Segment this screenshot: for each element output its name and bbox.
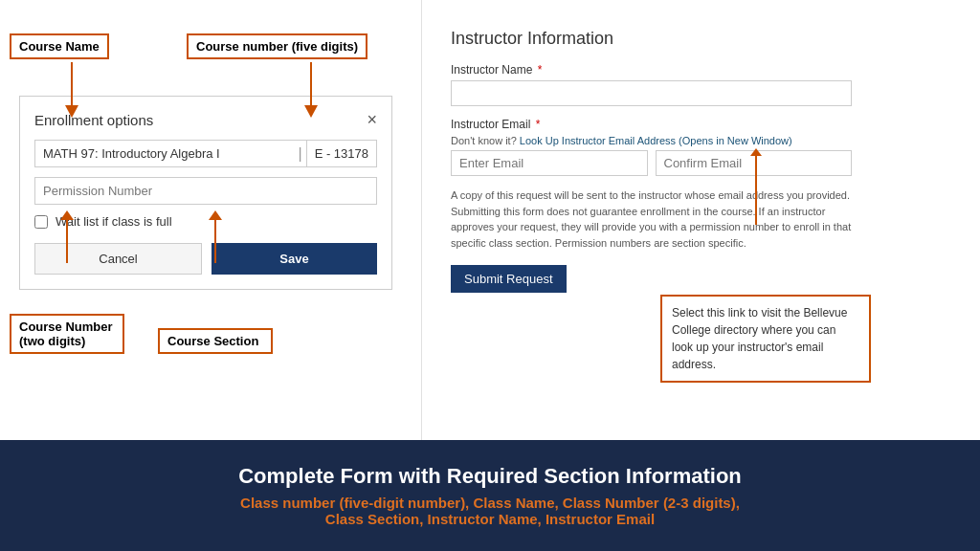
annotation-course-number-five: Course number (five digits) [187,33,368,59]
info-text: A copy of this request will be sent to t… [451,187,852,251]
banner-subtitle: Class number (five-digit number), Class … [240,495,740,527]
course-divider: | [294,145,305,163]
bottom-banner: Complete Form with Required Section Info… [0,440,980,551]
instructor-name-group: Instructor Name * [451,63,852,106]
waitlist-label: Wait list if class is full [56,214,172,229]
annotation-course-name: Course Name [10,33,109,59]
enrollment-title: Enrollment options [34,112,153,128]
enrollment-header: Enrollment options × [34,111,377,128]
instructor-email-label: Instructor Email * [451,118,852,131]
callout-box: Select this link to visit the Bellevue C… [660,295,871,383]
enrollment-dialog: Enrollment options × MATH 97: Introducto… [19,96,392,290]
right-panel: Instructor Information Instructor Name *… [421,0,880,440]
enter-email-input[interactable] [451,150,648,176]
confirm-email-input[interactable] [656,150,853,176]
submit-button[interactable]: Submit Request [451,265,567,293]
annotation-course-number-two: Course Number(two digits) [10,314,124,354]
course-number-display: E - 13178 [306,141,376,166]
banner-title: Complete Form with Required Section Info… [238,464,742,489]
instructor-name-input[interactable] [451,80,852,106]
instructor-email-group: Instructor Email * Don't know it? Look U… [451,118,852,176]
waitlist-checkbox[interactable] [34,215,48,229]
permission-number-input[interactable] [34,177,377,205]
save-button[interactable]: Save [212,243,377,275]
annotation-course-section: Course Section [158,328,273,354]
email-row [451,150,852,176]
email-lookup-link[interactable]: Look Up Instructor Email Address (Opens … [520,135,792,146]
cancel-button[interactable]: Cancel [34,243,202,275]
course-name-display: MATH 97: Introductory Algebra I [35,141,294,166]
course-field: MATH 97: Introductory Algebra I | E - 13… [34,140,377,167]
close-button[interactable]: × [367,111,377,128]
instructor-name-label: Instructor Name * [451,63,852,77]
instructor-title: Instructor Information [451,29,852,49]
waitlist-row: Wait list if class is full [34,214,377,229]
form-buttons: Cancel Save [34,243,377,275]
email-hint: Don't know it? Look Up Instructor Email … [451,135,852,146]
